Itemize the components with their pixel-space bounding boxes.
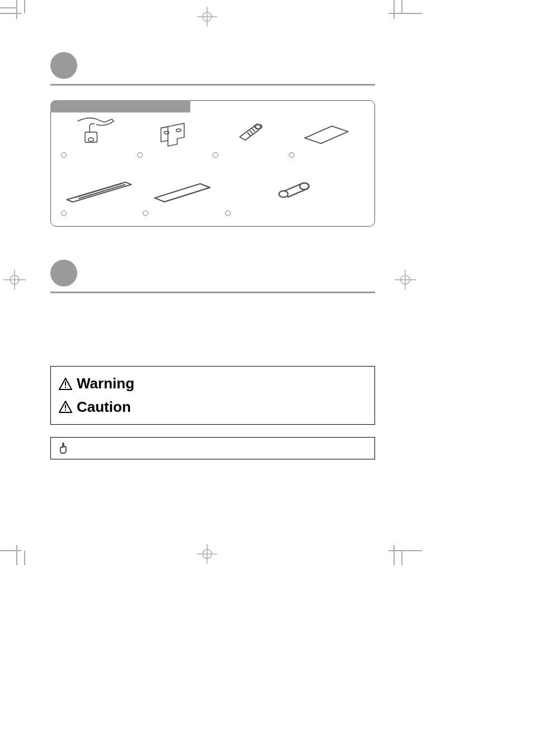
pointing-hand-icon bbox=[59, 442, 68, 454]
svg-rect-4 bbox=[85, 132, 97, 142]
section-bullet-icon bbox=[50, 260, 77, 287]
crop-mark-tl bbox=[0, 0, 34, 28]
crop-mark-tr bbox=[383, 0, 422, 28]
svg-rect-13 bbox=[65, 405, 66, 408]
warning-triangle-icon bbox=[59, 378, 72, 390]
part-camera bbox=[61, 116, 137, 158]
warning-label: Warning bbox=[77, 372, 134, 396]
section-2-header bbox=[50, 258, 375, 288]
part-number-marker bbox=[289, 152, 294, 158]
part-bolt bbox=[213, 116, 289, 158]
svg-rect-12 bbox=[65, 387, 66, 388]
svg-rect-14 bbox=[65, 410, 66, 411]
part-connector bbox=[225, 175, 364, 216]
part-number-marker bbox=[143, 210, 148, 216]
registration-mark-left bbox=[0, 269, 28, 291]
sheet-icon bbox=[289, 116, 365, 149]
part-long-strip bbox=[61, 175, 143, 216]
crop-mark-bl bbox=[0, 537, 34, 565]
svg-point-7 bbox=[176, 129, 181, 132]
parts-list-tab bbox=[50, 100, 190, 112]
part-flat-strip bbox=[143, 175, 224, 216]
camera-icon bbox=[61, 116, 137, 149]
section-2-rule bbox=[50, 292, 375, 293]
long-strip-icon bbox=[61, 175, 143, 207]
bracket-icon bbox=[137, 116, 213, 149]
part-bracket bbox=[137, 116, 213, 158]
warning-caution-legend-box: Warning Caution bbox=[50, 366, 375, 425]
bolt-icon bbox=[213, 116, 289, 149]
caution-label: Caution bbox=[77, 396, 131, 419]
note-legend-box bbox=[50, 437, 375, 459]
part-number-marker bbox=[213, 152, 218, 158]
svg-point-10 bbox=[300, 183, 309, 190]
flat-strip-icon bbox=[143, 175, 224, 207]
registration-mark-right bbox=[392, 269, 420, 291]
part-number-marker bbox=[61, 152, 67, 158]
section-1-rule bbox=[50, 84, 375, 86]
caution-triangle-icon bbox=[59, 401, 72, 413]
crop-mark-br bbox=[383, 537, 422, 565]
section-1-header bbox=[50, 50, 375, 81]
part-sheet bbox=[289, 116, 365, 158]
registration-mark-top bbox=[196, 6, 218, 28]
part-number-marker bbox=[225, 210, 231, 216]
parts-row-1 bbox=[61, 116, 364, 158]
warning-row: Warning bbox=[59, 372, 367, 396]
parts-row-2 bbox=[61, 175, 364, 216]
svg-point-5 bbox=[88, 138, 94, 142]
connector-icon bbox=[225, 175, 364, 207]
part-number-marker bbox=[61, 210, 67, 216]
caution-row: Caution bbox=[59, 396, 367, 419]
section-bullet-icon bbox=[50, 52, 77, 79]
parts-list-box bbox=[50, 100, 375, 227]
registration-mark-bottom bbox=[196, 543, 218, 565]
svg-point-9 bbox=[279, 191, 288, 198]
part-number-marker bbox=[137, 152, 143, 158]
svg-rect-11 bbox=[65, 382, 66, 386]
